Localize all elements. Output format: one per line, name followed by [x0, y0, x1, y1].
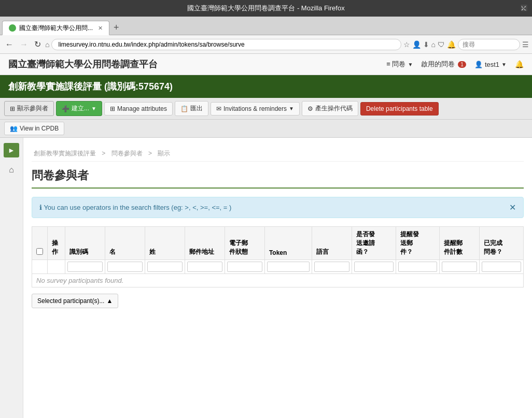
app-nav: ≡ 問卷 ▼ 啟用的問卷 1 👤 test1 ▼ 🔔	[386, 60, 524, 69]
filter-token-input[interactable]	[267, 262, 310, 272]
toolbar: ⊞ 顯示參與者 ➕ 建立... ▼ ⊞ Manage attributes 📋 …	[0, 98, 532, 120]
col-header-address: 郵件地址	[185, 227, 225, 260]
filter-invited-input[interactable]	[354, 262, 394, 272]
surveys-label: ≡ 問卷	[386, 60, 405, 69]
participants-table-wrap: 操作 識別碼 名 姓 郵件地址 電子郵件狀態 Token 語言 是否發送邀請函？…	[32, 226, 524, 287]
cpdb-toolbar: 👥 View in CPDB	[0, 120, 532, 138]
bell-icon[interactable]: 🔔	[515, 60, 524, 68]
filter-lastname-input[interactable]	[147, 262, 183, 272]
table2-icon: ⊞	[110, 105, 115, 112]
filter-emailstatus-col	[225, 260, 264, 274]
table-header-row: 操作 識別碼 名 姓 郵件地址 電子郵件狀態 Token 語言 是否發送邀請函？…	[32, 227, 524, 260]
profile-icon[interactable]: 👤	[412, 40, 421, 49]
delete-table-label: Delete participants table	[366, 105, 433, 112]
search-input[interactable]	[458, 39, 520, 50]
filter-completed-col	[480, 260, 524, 274]
breadcrumb-participants-link[interactable]: 問卷參與者	[109, 150, 146, 157]
user-dropdown-arrow: ▼	[501, 62, 507, 67]
reload-button[interactable]: ↻	[32, 38, 43, 50]
filter-language-col	[312, 260, 352, 274]
notification-icon[interactable]: 🔔	[447, 40, 456, 49]
selected-participants-button[interactable]: Selected participant(s)... ▲	[32, 294, 118, 308]
view-cpdb-button[interactable]: 👥 View in CPDB	[4, 122, 64, 135]
col-header-email-status: 電子郵件狀態	[225, 227, 264, 260]
main-content: 創新教學實施課後評量 > 問卷參與者 > 顯示 問卷參與者 ℹ You can …	[23, 138, 532, 418]
no-data-text: No survey participants found.	[36, 270, 123, 287]
invitations-button[interactable]: ✉ Invitations & reminders ▼	[211, 102, 300, 116]
address-input[interactable]	[51, 39, 401, 50]
col-header-id: 識別碼	[65, 227, 105, 260]
info-box: ℹ You can use operators in the search fi…	[32, 197, 524, 218]
col-header-firstname: 名	[105, 227, 145, 260]
menu-icon[interactable]: ☰	[522, 40, 529, 49]
info-close-icon[interactable]: ✕	[509, 203, 516, 212]
show-participants-button[interactable]: ⊞ 顯示參與者	[4, 101, 54, 116]
create-button[interactable]: ➕ 建立... ▼	[56, 101, 102, 116]
users-icon: 👥	[10, 125, 18, 132]
col-header-remindercount: 提醒郵件計數	[440, 227, 480, 260]
active-tab[interactable]: 國立臺灣師範大學公用問... ✕	[2, 21, 109, 35]
select-all-checkbox[interactable]	[36, 248, 43, 255]
sidebar-expand-button[interactable]: ►	[4, 143, 19, 157]
username-label: test1	[485, 61, 499, 68]
new-tab-icon: +	[114, 22, 119, 33]
no-data-row: No survey participants found.	[32, 274, 524, 287]
bookmark-icon[interactable]: ☆	[403, 40, 410, 49]
download-icon[interactable]: ⬇	[423, 40, 429, 49]
col-header-operation: 操作	[48, 227, 65, 260]
home-button[interactable]: ⌂	[45, 40, 49, 49]
home2-icon[interactable]: ⌂	[431, 40, 436, 49]
shield-icon[interactable]: 🛡	[438, 40, 445, 49]
app-header: 國立臺灣師範大學公用問卷調查平台 ≡ 問卷 ▼ 啟用的問卷 1 👤 test1 …	[0, 54, 532, 75]
tab-label: 國立臺灣師範大學公用問...	[19, 24, 93, 33]
info-message-text: You can use operators in the search filt…	[44, 204, 231, 211]
user-menu[interactable]: 👤 test1 ▼	[474, 61, 507, 68]
info-box-text: ℹ You can use operators in the search fi…	[39, 204, 231, 211]
tab-close-icon[interactable]: ✕	[98, 25, 103, 32]
export-icon: 📋	[180, 105, 188, 112]
select-all-header	[32, 227, 48, 260]
generate-code-button[interactable]: ⚙ 產生操作代碼	[302, 101, 358, 116]
active-surveys-menu[interactable]: 啟用的問卷 1	[421, 60, 466, 69]
col-header-invited: 是否發送邀請函？	[352, 227, 396, 260]
export-button[interactable]: 📋 匯出	[175, 101, 208, 116]
filter-remindercount-col	[440, 260, 480, 274]
breadcrumb: 創新教學實施課後評量 > 問卷參與者 > 顯示	[32, 146, 524, 162]
forward-button[interactable]: →	[18, 39, 30, 50]
active-surveys-badge: 1	[458, 61, 466, 68]
envelope-icon: ✉	[216, 105, 221, 112]
plus-icon: ➕	[62, 105, 69, 112]
col-header-token: Token	[264, 227, 312, 260]
surveys-menu[interactable]: ≡ 問卷 ▼	[386, 60, 413, 69]
breadcrumb-survey-link[interactable]: 創新教學實施課後評量	[32, 150, 100, 157]
filter-completed-input[interactable]	[482, 262, 521, 272]
browser-titlebar: 國立臺灣師範大學公用問卷調查平台 - Mozilla Firefox ✕	[0, 0, 532, 17]
filter-lastname-col	[145, 260, 185, 274]
manage-attributes-button[interactable]: ⊞ Manage attributes	[104, 102, 173, 116]
delete-table-button[interactable]: Delete participants table	[360, 102, 439, 116]
browser-menu-icon[interactable]: ⊞	[520, 2, 528, 13]
filter-emailstatus-input[interactable]	[227, 262, 262, 272]
filter-address-input[interactable]	[187, 262, 222, 272]
filter-address-col	[185, 260, 225, 274]
filter-token-col	[264, 260, 312, 274]
back-button[interactable]: ←	[3, 39, 16, 50]
active-surveys-label: 啟用的問卷	[421, 60, 455, 69]
filter-language-input[interactable]	[314, 262, 349, 272]
breadcrumb-participants-label: 問卷參與者	[111, 150, 143, 157]
page-title: 問卷參與者	[32, 168, 524, 189]
surveys-dropdown-arrow: ▼	[408, 62, 413, 67]
col-header-lastname: 姓	[145, 227, 185, 260]
breadcrumb-sep1: >	[102, 150, 105, 157]
filter-reminded-input[interactable]	[398, 262, 438, 272]
export-label: 匯出	[190, 104, 203, 113]
sidebar-home-icon[interactable]: ⌂	[4, 163, 19, 177]
filter-remindercount-input[interactable]	[442, 262, 477, 272]
no-data-cell: No survey participants found.	[32, 274, 524, 287]
col-header-language: 語言	[312, 227, 352, 260]
tab-bar: 國立臺灣師範大學公用問... ✕ + ⊞	[0, 17, 532, 35]
user-icon: 👤	[474, 61, 483, 68]
new-tab-button[interactable]: +	[109, 20, 123, 35]
manage-attributes-label: Manage attributes	[117, 105, 167, 112]
selected-participants-arrow: ▲	[106, 297, 113, 305]
